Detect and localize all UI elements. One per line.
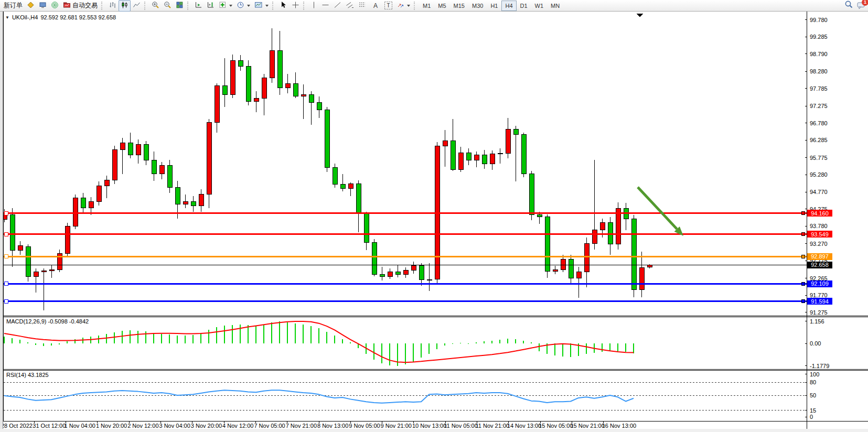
symbol-dropdown-icon[interactable]: ▼: [5, 15, 9, 20]
gold-symbol-button[interactable]: [25, 0, 37, 12]
tile-windows-icon: [176, 1, 184, 10]
candle-bull: [230, 60, 235, 95]
timeframe-button-M30[interactable]: M30: [468, 1, 487, 11]
period-caret-icon[interactable]: [247, 5, 250, 7]
auto-trading-button[interactable]: 自动交易: [61, 0, 100, 12]
zoom-in-button[interactable]: [149, 0, 162, 12]
period-button[interactable]: [234, 0, 252, 12]
candle-bull: [600, 223, 605, 230]
search-icon[interactable]: [844, 0, 854, 12]
crosshair-tool-button[interactable]: [290, 0, 302, 12]
vertical-line-icon: [310, 1, 317, 10]
price-tick-label: 93.780: [810, 223, 828, 229]
date-tick-label: 9 Nov 05:00: [349, 423, 380, 429]
macd-bar: [59, 343, 60, 344]
macd-bar: [625, 343, 626, 352]
date-tick-label: 31 Oct 12:00: [33, 423, 66, 429]
candle-bear: [222, 85, 227, 95]
level-right-marker: [801, 233, 805, 236]
candle-bear: [521, 134, 526, 174]
trendline-tool-button[interactable]: [331, 0, 344, 12]
macd-bar: [586, 343, 587, 354]
terminal-button[interactable]: [37, 0, 49, 12]
cursor-icon: [280, 1, 287, 10]
macd-bar: [200, 333, 201, 343]
text-tool-icon: A: [371, 2, 380, 9]
timeframe-button-M5[interactable]: M5: [434, 1, 449, 11]
price-tick-label: 98.280: [810, 68, 828, 74]
bar-chart-mode-button[interactable]: [106, 0, 119, 12]
timeframe-button-H1[interactable]: H1: [487, 1, 501, 11]
new-order-label: 新订单: [4, 1, 23, 10]
auto-scroll-icon: [195, 1, 202, 10]
candle-bull: [411, 266, 416, 271]
add-indicator-button[interactable]: [217, 0, 234, 12]
macd-bar: [177, 336, 178, 343]
date-tick-label: 7 Nov 05:00: [254, 423, 285, 429]
date-tick-label: 3 Nov 04:00: [159, 423, 190, 429]
macd-bar: [12, 338, 13, 343]
arrows-caret-icon[interactable]: [407, 5, 410, 7]
macd-bar: [389, 343, 390, 365]
signal-button[interactable]: [49, 0, 61, 12]
candle-bull: [207, 123, 211, 194]
equidistant-channel-tool-button[interactable]: [344, 0, 356, 12]
candlestick-mode-button[interactable]: [119, 0, 131, 12]
tile-windows-button[interactable]: [174, 0, 186, 12]
candle-bear: [466, 153, 471, 160]
add-indicator-caret-icon[interactable]: [229, 5, 232, 7]
macd-bar: [4, 337, 5, 343]
macd-bar: [405, 343, 406, 364]
candle-bull: [647, 265, 652, 267]
timeframe-button-H4[interactable]: H4: [501, 1, 516, 11]
crosshair-icon: [292, 1, 299, 10]
candle-bear: [419, 266, 424, 279]
chart-shift-icon: [207, 1, 215, 10]
timeframe-button-W1[interactable]: W1: [531, 1, 548, 11]
cursor-tool-button[interactable]: [277, 0, 290, 12]
chart-canvas[interactable]: 99.78099.28598.79098.28097.78597.27596.7…: [0, 0, 868, 432]
line-chart-mode-button[interactable]: [131, 0, 143, 12]
timeframe-button-MN[interactable]: MN: [547, 1, 563, 11]
chart-shift-button[interactable]: [205, 0, 217, 12]
template-button[interactable]: [252, 0, 271, 12]
date-tick-label: 7 Nov 21:00: [286, 423, 317, 429]
text-tool-button[interactable]: A: [369, 0, 382, 12]
fibonacci-tool-button[interactable]: [356, 0, 369, 12]
text-label-tool-button[interactable]: T: [382, 0, 394, 12]
level-price-chip-label: 92.897: [811, 253, 829, 260]
arrows-tool-button[interactable]: [394, 0, 412, 12]
timeframe-button-M15[interactable]: M15: [450, 1, 468, 11]
candle-bear: [26, 246, 30, 277]
chat-button[interactable]: 1: [856, 1, 866, 11]
main-toolbar: 新订单 自动交易: [0, 0, 868, 12]
macd-bar: [484, 341, 485, 343]
level-handle: [4, 282, 8, 286]
macd-bar: [295, 323, 296, 343]
new-order-button[interactable]: 新订单: [2, 0, 25, 12]
level-price-chip-label: 92.658: [811, 262, 829, 268]
candle-bear: [309, 95, 314, 102]
macd-bar: [279, 321, 280, 343]
zoom-out-button[interactable]: [162, 0, 174, 12]
horizontal-line-tool-button[interactable]: [319, 0, 331, 12]
candle-bull: [34, 272, 38, 277]
candle-bull: [49, 269, 54, 271]
candle-bull: [388, 272, 392, 277]
toolbar-grip: [101, 2, 104, 10]
trendline-icon: [334, 1, 341, 10]
vertical-line-tool-button[interactable]: [308, 0, 319, 12]
auto-scroll-button[interactable]: [192, 0, 205, 12]
macd-axis-label: 1.156: [810, 318, 824, 325]
macd-bar: [617, 343, 618, 351]
candle-bear: [380, 274, 384, 276]
macd-bar: [413, 343, 414, 362]
chart-ohlc-values: 92.592 92.681 92.553 92.658: [40, 14, 116, 20]
timeframe-button-D1[interactable]: D1: [517, 1, 531, 11]
timeframe-button-M1[interactable]: M1: [419, 1, 434, 11]
macd-bar: [248, 325, 249, 343]
macd-bar: [460, 343, 461, 343]
template-caret-icon[interactable]: [265, 5, 269, 7]
date-tick-label: 1 Nov 04:00: [65, 423, 95, 429]
macd-bar: [326, 332, 327, 343]
